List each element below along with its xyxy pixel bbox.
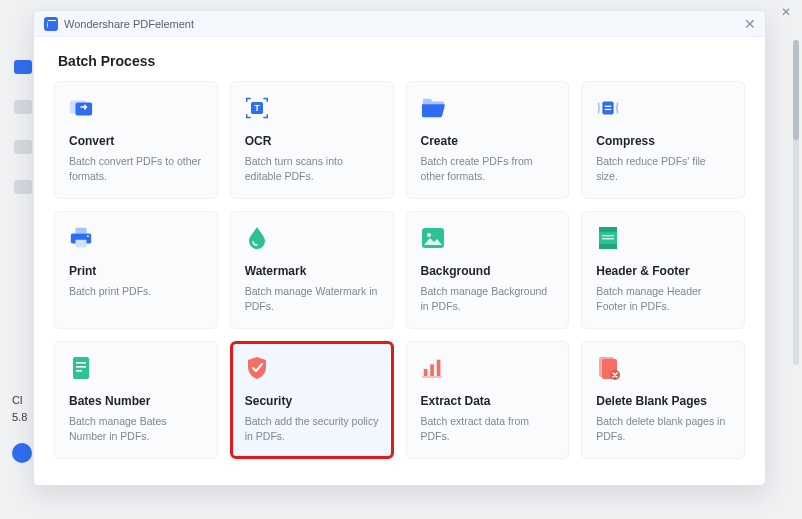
card-title: Compress <box>596 134 730 148</box>
svg-rect-14 <box>599 227 617 232</box>
svg-rect-19 <box>76 362 86 364</box>
svg-rect-9 <box>75 240 86 247</box>
card-desc: Batch turn scans into editable PDFs. <box>245 154 379 184</box>
card-compress[interactable]: Compress Batch reduce PDFs' file size. <box>581 81 745 199</box>
svg-rect-7 <box>75 228 86 234</box>
dialog-close-button[interactable]: ✕ <box>743 17 757 31</box>
card-desc: Batch manage Header Footer in PDFs. <box>596 284 730 314</box>
svg-rect-25 <box>421 376 441 377</box>
card-title: Extract Data <box>421 394 555 408</box>
svg-rect-20 <box>76 366 86 368</box>
background-blue-button[interactable] <box>12 443 32 463</box>
card-background[interactable]: Background Batch manage Background in PD… <box>406 211 570 329</box>
bg-left-line2: 5.8 <box>12 409 27 426</box>
card-extract-data[interactable]: Extract Data Batch extract data from PDF… <box>406 341 570 459</box>
svg-rect-17 <box>602 238 614 239</box>
document-number-icon <box>69 356 93 380</box>
app-title: Wondershare PDFelement <box>64 18 194 30</box>
main-window-close-icon[interactable]: ✕ <box>780 6 792 18</box>
image-icon <box>421 226 445 250</box>
background-scroll-thumb[interactable] <box>793 40 799 140</box>
card-desc: Batch create PDFs from other formats. <box>421 154 555 184</box>
background-left-text: Cl 5.8 <box>12 392 27 425</box>
convert-icon <box>69 96 93 120</box>
card-title: Watermark <box>245 264 379 278</box>
printer-icon <box>69 226 93 250</box>
card-title: Bates Number <box>69 394 203 408</box>
svg-text:T: T <box>254 103 260 113</box>
card-desc: Batch reduce PDFs' file size. <box>596 154 730 184</box>
background-sidebar <box>14 60 32 194</box>
svg-rect-23 <box>430 364 434 376</box>
app-shell: ✕ Cl 5.8 Wondershare PDFelement ✕ Batch … <box>0 0 802 519</box>
card-ocr[interactable]: T OCR Batch turn scans into editable PDF… <box>230 81 394 199</box>
ocr-icon: T <box>245 96 269 120</box>
compress-icon <box>596 96 620 120</box>
svg-rect-4 <box>603 102 614 115</box>
header-footer-icon <box>596 226 620 250</box>
card-desc: Batch delete blank pages in PDFs. <box>596 414 730 444</box>
card-desc: Batch extract data from PDFs. <box>421 414 555 444</box>
card-watermark[interactable]: Watermark Batch manage Watermark in PDFs… <box>230 211 394 329</box>
svg-rect-1 <box>75 102 92 115</box>
card-desc: Batch print PDFs. <box>69 284 203 299</box>
card-desc: Batch convert PDFs to other formats. <box>69 154 203 184</box>
bg-sidebar-item-1[interactable] <box>14 60 32 74</box>
bar-chart-icon <box>421 356 445 380</box>
dialog-body: Batch Process Convert Batch convert PDFs… <box>34 37 765 485</box>
background-scrollbar[interactable] <box>793 40 799 365</box>
card-title: Delete Blank Pages <box>596 394 730 408</box>
shield-icon <box>245 356 269 380</box>
bg-sidebar-item-3[interactable] <box>14 140 32 154</box>
dialog-titlebar: Wondershare PDFelement ✕ <box>34 11 765 37</box>
svg-point-12 <box>427 233 431 237</box>
svg-point-10 <box>87 235 89 237</box>
batch-cards-grid: Convert Batch convert PDFs to other form… <box>54 81 745 459</box>
svg-rect-15 <box>599 244 617 249</box>
card-print[interactable]: Print Batch print PDFs. <box>54 211 218 329</box>
card-title: Create <box>421 134 555 148</box>
bg-left-line1: Cl <box>12 392 27 409</box>
card-title: Header & Footer <box>596 264 730 278</box>
svg-rect-22 <box>423 369 427 376</box>
svg-rect-18 <box>73 357 89 379</box>
card-desc: Batch manage Bates Number in PDFs. <box>69 414 203 444</box>
svg-rect-16 <box>602 235 614 236</box>
svg-rect-24 <box>436 360 440 377</box>
card-desc: Batch add the security policy in PDFs. <box>245 414 379 444</box>
dialog-heading: Batch Process <box>58 53 745 69</box>
app-logo-icon <box>44 17 58 31</box>
droplet-icon <box>245 226 269 250</box>
create-folder-icon <box>421 96 445 120</box>
svg-rect-6 <box>605 109 611 110</box>
svg-rect-21 <box>76 370 82 372</box>
card-desc: Batch manage Background in PDFs. <box>421 284 555 314</box>
card-create[interactable]: Create Batch create PDFs from other form… <box>406 81 570 199</box>
card-title: Background <box>421 264 555 278</box>
card-security[interactable]: Security Batch add the security policy i… <box>230 341 394 459</box>
card-desc: Batch manage Watermark in PDFs. <box>245 284 379 314</box>
batch-process-dialog: Wondershare PDFelement ✕ Batch Process C… <box>33 10 766 486</box>
delete-page-icon <box>596 356 620 380</box>
card-title: Convert <box>69 134 203 148</box>
card-title: Print <box>69 264 203 278</box>
card-header-footer[interactable]: Header & Footer Batch manage Header Foot… <box>581 211 745 329</box>
bg-sidebar-item-4[interactable] <box>14 180 32 194</box>
card-title: OCR <box>245 134 379 148</box>
card-convert[interactable]: Convert Batch convert PDFs to other form… <box>54 81 218 199</box>
card-delete-blank-pages[interactable]: Delete Blank Pages Batch delete blank pa… <box>581 341 745 459</box>
svg-rect-5 <box>605 106 611 107</box>
bg-sidebar-item-2[interactable] <box>14 100 32 114</box>
card-title: Security <box>245 394 379 408</box>
card-bates-number[interactable]: Bates Number Batch manage Bates Number i… <box>54 341 218 459</box>
